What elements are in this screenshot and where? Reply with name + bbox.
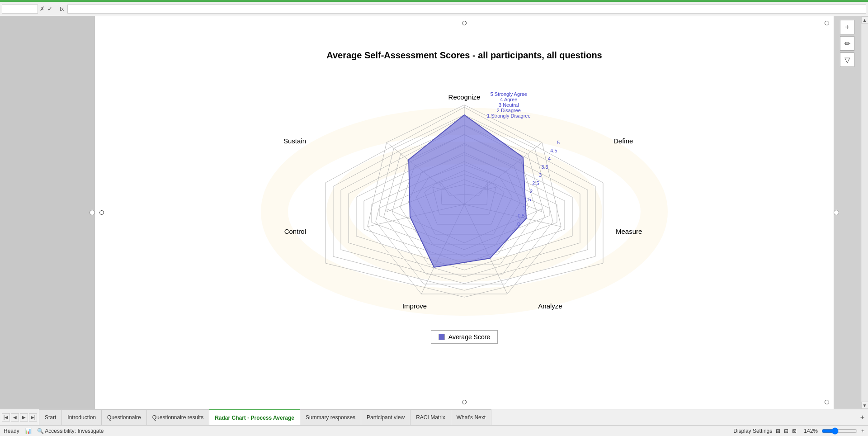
display-settings[interactable]: Display Settings	[733, 428, 772, 434]
tab-summary-responses[interactable]: Summary responses	[300, 409, 361, 425]
status-right: Display Settings ⊞ ⊟ ⊠ 142% +	[733, 427, 864, 435]
label-control: Control	[284, 227, 306, 235]
scroll-track[interactable]	[862, 24, 868, 402]
handle-top-right[interactable]	[825, 21, 829, 25]
view-page-icon[interactable]: ⊟	[784, 428, 788, 434]
handle-bottom[interactable]	[462, 400, 467, 404]
view-normal-icon[interactable]: ⊞	[776, 428, 780, 434]
svg-text:4.5: 4.5	[550, 148, 557, 153]
tab-radar-chart[interactable]: Radar Chart - Process Average	[209, 409, 300, 425]
handle-left[interactable]	[99, 210, 104, 215]
main-area: Average Self-Assessment Scores - all par…	[0, 16, 868, 409]
handle-top[interactable]	[462, 21, 467, 25]
status-left: Ready 📊 🔍 Accessibility: Investigate	[4, 428, 104, 434]
filter-button[interactable]: ▽	[840, 52, 854, 67]
left-resize-handle[interactable]	[90, 210, 95, 215]
label-sustain: Sustain	[283, 137, 306, 145]
svg-text:3: 3	[539, 172, 542, 178]
edit-button[interactable]: ✏	[840, 36, 854, 51]
view-pagebreak-icon[interactable]: ⊠	[792, 428, 797, 434]
data-polygon	[409, 115, 526, 267]
chart-area: Average Self-Assessment Scores - all par…	[95, 16, 834, 409]
svg-text:2: 2	[530, 189, 533, 194]
formula-input[interactable]	[67, 5, 866, 14]
tab-participant-view[interactable]: Participant view	[361, 409, 410, 425]
legend-label: Average Score	[448, 333, 490, 341]
sheet-nav-next[interactable]: ▶	[20, 413, 28, 422]
svg-text:3.5: 3.5	[541, 164, 548, 170]
cell-mode-icon: 📊	[25, 428, 32, 434]
add-button[interactable]: +	[840, 20, 854, 34]
sheet-tab-bar: |◀ ◀ ▶ ▶| Start Introduction Questionnai…	[0, 409, 868, 425]
label-define: Define	[613, 137, 633, 145]
left-gutter	[0, 16, 95, 409]
label-measure: Measure	[616, 227, 642, 235]
legend-color	[439, 334, 445, 340]
zoom-level: 142%	[804, 428, 818, 434]
svg-text:5: 5	[557, 140, 560, 145]
handle-bottom-right[interactable]	[825, 400, 829, 404]
svg-text:2.5: 2.5	[532, 180, 539, 186]
radar-wrapper: 5 Strongly Agree 4 Agree 3 Neutral 2 Dis…	[225, 64, 704, 344]
right-panel: + ✏ ▽	[834, 16, 861, 409]
label-analyze: Analyze	[538, 302, 562, 310]
fx-label: fx	[58, 6, 66, 12]
radar-chart-svg: 5 4.5 4 3.5 3 2.5 2 1.5 1 0.5 0	[261, 64, 668, 327]
scroll-up[interactable]: ▲	[861, 16, 868, 24]
cell-reference[interactable]	[2, 5, 38, 14]
sheet-nav-prev[interactable]: ◀	[11, 413, 19, 422]
accessibility-label[interactable]: 🔍 Accessibility: Investigate	[37, 428, 104, 434]
tab-raci-matrix[interactable]: RACI Matrix	[410, 409, 451, 425]
label-recognize: Recognize	[448, 93, 481, 101]
chart-inner: Average Self-Assessment Scores - all par…	[225, 43, 704, 382]
cross-icon[interactable]: ✗	[40, 5, 45, 12]
svg-text:4: 4	[548, 156, 551, 161]
zoom-slider[interactable]	[821, 427, 858, 435]
chart-legend: Average Score	[431, 330, 498, 344]
tab-whats-next[interactable]: What's Next	[451, 409, 491, 425]
sheet-tabs: Start Introduction Questionnaire Questio…	[39, 409, 857, 425]
tab-questionnaire-results[interactable]: Questionnaire results	[147, 409, 209, 425]
formula-bar: ✗ ✓ fx	[0, 2, 868, 16]
tab-questionnaire[interactable]: Questionnaire	[102, 409, 147, 425]
check-icon[interactable]: ✓	[47, 5, 52, 12]
label-improve: Improve	[402, 302, 427, 310]
scale-legend: 5 Strongly Agree 4 Agree 3 Neutral 2 Dis…	[487, 91, 531, 118]
status-bar: Ready 📊 🔍 Accessibility: Investigate Dis…	[0, 425, 868, 436]
sheet-nav-first[interactable]: |◀	[2, 413, 10, 422]
chart-title: Average Self-Assessment Scores - all par…	[225, 43, 704, 64]
add-sheet-button[interactable]: +	[857, 409, 868, 425]
right-scrollbar: ▲ ▼	[861, 16, 868, 409]
zoom-in-icon[interactable]: +	[861, 428, 864, 434]
sheet-nav-last[interactable]: ▶|	[29, 413, 37, 422]
status-ready: Ready	[4, 428, 19, 434]
tab-introduction[interactable]: Introduction	[62, 409, 102, 425]
sheet-nav: |◀ ◀ ▶ ▶|	[0, 409, 39, 425]
scroll-down[interactable]: ▼	[861, 402, 868, 409]
right-resize-handle[interactable]	[834, 210, 839, 215]
tab-start[interactable]: Start	[39, 409, 62, 425]
